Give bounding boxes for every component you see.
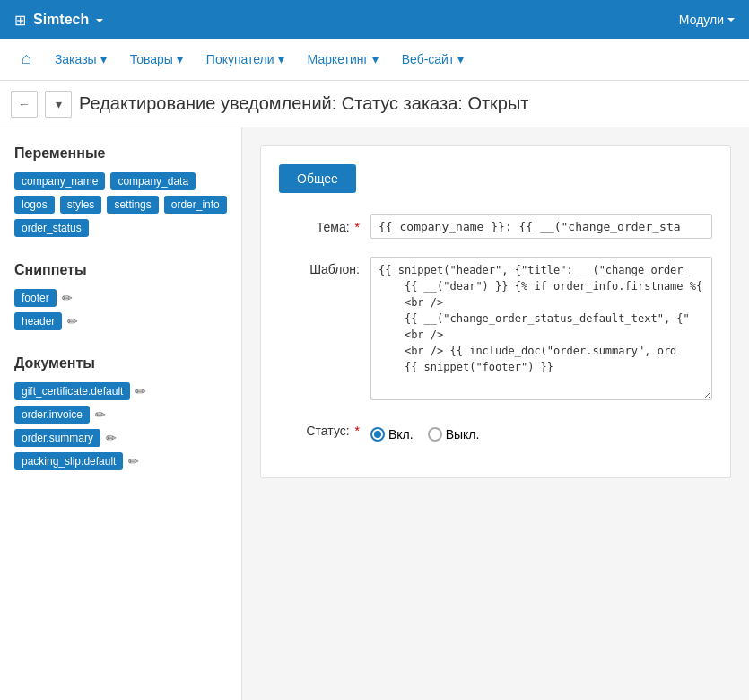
brand-name[interactable]: Simtech	[33, 12, 89, 28]
var-company-name[interactable]: company_name	[14, 172, 105, 190]
tab-general[interactable]: Общее	[279, 164, 356, 193]
doc-gift-cert-label[interactable]: gift_certificate.default	[14, 382, 130, 400]
nav-website[interactable]: Веб-сайт ▾	[391, 39, 475, 81]
snippet-header-label[interactable]: header	[14, 312, 62, 330]
doc-gift-cert-edit-icon[interactable]: ✏	[135, 384, 146, 398]
nav-customers-caret: ▾	[278, 52, 284, 66]
nav-marketing[interactable]: Маркетинг ▾	[297, 39, 389, 81]
var-order-status[interactable]: order_status	[14, 219, 89, 237]
template-label: Шаблон:	[279, 257, 360, 276]
snippets-section: Сниппеты footer ✏ header ✏	[14, 262, 227, 330]
doc-order-summary-edit-icon[interactable]: ✏	[106, 431, 117, 445]
modules-label: Модули	[679, 13, 724, 27]
variables-list: company_name company_data logos styles s…	[14, 172, 227, 237]
doc-packing-slip-edit-icon[interactable]: ✏	[128, 454, 139, 468]
status-label: Статус: *	[279, 418, 360, 438]
subject-row: Тема: *	[279, 214, 712, 239]
grid-icon: ⊞	[14, 12, 26, 29]
var-order-info[interactable]: order_info	[164, 196, 227, 214]
snippet-header-edit-icon[interactable]: ✏	[67, 314, 78, 328]
nav-website-caret: ▾	[457, 52, 464, 66]
template-row: Шаблон: {{ snippet("header", {"title": _…	[279, 257, 712, 400]
template-textarea[interactable]: {{ snippet("header", {"title": __("chang…	[370, 257, 712, 400]
var-logos[interactable]: logos	[14, 196, 55, 214]
top-bar-right: Модули	[679, 13, 735, 27]
doc-order-summary: order.summary ✏	[14, 429, 227, 447]
status-options: Вкл. Выкл.	[370, 427, 479, 442]
modules-menu[interactable]: Модули	[679, 13, 735, 27]
nav-customers-label: Покупатели	[206, 52, 274, 66]
doc-packing-slip: packing_slip.default ✏	[14, 452, 227, 470]
page-title: Редактирование уведомлений: Статус заказ…	[79, 93, 529, 114]
doc-order-invoice: order.invoice ✏	[14, 406, 227, 424]
doc-packing-slip-label[interactable]: packing_slip.default	[14, 452, 123, 470]
doc-order-summary-label[interactable]: order.summary	[14, 429, 100, 447]
nav-orders[interactable]: Заказы ▾	[44, 39, 118, 81]
top-bar-left: ⊞ Simtech	[14, 12, 103, 29]
status-off-radio[interactable]	[428, 427, 442, 442]
status-required: *	[355, 424, 360, 438]
main-layout: Переменные company_name company_data log…	[0, 127, 749, 700]
top-bar: ⊞ Simtech Модули	[0, 0, 749, 39]
sidebar: Переменные company_name company_data log…	[0, 127, 242, 700]
snippets-title: Сниппеты	[14, 262, 227, 278]
subject-required: *	[355, 220, 360, 234]
doc-order-invoice-edit-icon[interactable]: ✏	[95, 407, 106, 422]
nav-products-caret: ▾	[177, 52, 183, 66]
subject-label: Тема: *	[279, 214, 360, 234]
dropdown-icon: ▾	[56, 97, 62, 111]
nav-products[interactable]: Товары ▾	[119, 39, 194, 81]
status-row: Статус: * Вкл. Выкл.	[279, 418, 712, 442]
status-off-option[interactable]: Выкл.	[428, 427, 480, 442]
nav-products-label: Товары	[130, 52, 173, 66]
snippet-footer: footer ✏	[14, 289, 227, 307]
status-on-label: Вкл.	[388, 427, 414, 442]
subject-input[interactable]	[370, 214, 712, 239]
nav-marketing-caret: ▾	[372, 52, 379, 66]
nav-marketing-label: Маркетинг	[308, 52, 369, 66]
nav-customers[interactable]: Покупатели ▾	[196, 39, 295, 81]
modules-caret	[727, 18, 735, 22]
content-card: Общее Тема: * Шаблон: {{ snippet("header…	[260, 145, 731, 478]
nav-website-label: Веб-сайт	[402, 52, 455, 66]
back-icon: ←	[18, 97, 30, 111]
var-company-data[interactable]: company_data	[110, 172, 196, 190]
documents-title: Документы	[14, 355, 227, 372]
back-button[interactable]: ←	[11, 91, 38, 118]
snippet-header: header ✏	[14, 312, 227, 330]
snippet-footer-edit-icon[interactable]: ✏	[62, 291, 73, 305]
brand-caret[interactable]	[96, 13, 103, 27]
status-on-option[interactable]: Вкл.	[370, 427, 414, 442]
variables-title: Переменные	[14, 145, 227, 162]
snippet-footer-label[interactable]: footer	[14, 289, 57, 307]
var-settings[interactable]: settings	[107, 196, 158, 214]
status-off-label: Выкл.	[446, 427, 480, 442]
page-title-bar: ← ▾ Редактирование уведомлений: Статус з…	[0, 81, 749, 127]
doc-order-invoice-label[interactable]: order.invoice	[14, 406, 90, 424]
content-area: Общее Тема: * Шаблон: {{ snippet("header…	[242, 127, 749, 700]
documents-section: Документы gift_certificate.default ✏ ord…	[14, 355, 227, 470]
nav-home[interactable]: ⌂	[11, 39, 42, 81]
status-on-radio[interactable]	[370, 427, 385, 442]
nav-orders-label: Заказы	[55, 52, 97, 66]
var-styles[interactable]: styles	[60, 196, 102, 214]
dropdown-button[interactable]: ▾	[45, 91, 72, 118]
secondary-nav: ⌂ Заказы ▾ Товары ▾ Покупатели ▾ Маркети…	[0, 39, 749, 81]
doc-gift-cert: gift_certificate.default ✏	[14, 382, 227, 400]
variables-section: Переменные company_name company_data log…	[14, 145, 227, 237]
nav-orders-caret: ▾	[100, 52, 107, 66]
